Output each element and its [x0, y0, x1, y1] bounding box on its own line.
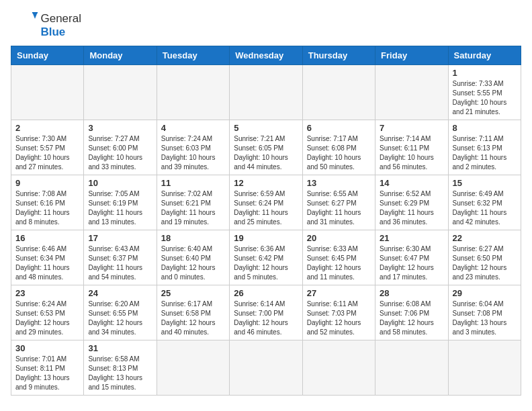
weekday-header-thursday: Thursday	[302, 46, 375, 65]
day-number: 1	[453, 68, 517, 78]
day-number: 7	[380, 123, 443, 133]
calendar: SundayMondayTuesdayWednesdayThursdayFrid…	[11, 46, 521, 396]
week-row-1: 1Sunrise: 7:33 AM Sunset: 5:55 PM Daylig…	[11, 65, 521, 120]
day-info: Sunrise: 6:55 AM Sunset: 6:27 PM Dayligh…	[307, 189, 371, 227]
week-row-3: 9Sunrise: 7:08 AM Sunset: 6:16 PM Daylig…	[11, 175, 521, 230]
day-number: 9	[15, 178, 79, 188]
day-number: 29	[453, 288, 517, 298]
week-row-2: 2Sunrise: 7:30 AM Sunset: 5:57 PM Daylig…	[11, 120, 521, 175]
weekday-header-tuesday: Tuesday	[157, 46, 229, 65]
weekday-header-row: SundayMondayTuesdayWednesdayThursdayFrid…	[11, 46, 521, 65]
day-number: 13	[307, 178, 371, 188]
logo: General Blue	[11, 11, 81, 39]
day-cell: 8Sunrise: 7:11 AM Sunset: 6:13 PM Daylig…	[448, 120, 521, 175]
day-cell: 26Sunrise: 6:14 AM Sunset: 7:00 PM Dayli…	[230, 285, 302, 340]
day-info: Sunrise: 6:36 AM Sunset: 6:42 PM Dayligh…	[234, 244, 298, 282]
day-cell	[375, 340, 448, 396]
day-number: 14	[380, 178, 443, 188]
day-number: 23	[15, 288, 79, 298]
day-cell: 14Sunrise: 6:52 AM Sunset: 6:29 PM Dayli…	[375, 175, 448, 230]
day-info: Sunrise: 6:14 AM Sunset: 7:00 PM Dayligh…	[234, 300, 298, 337]
day-cell: 1Sunrise: 7:33 AM Sunset: 5:55 PM Daylig…	[448, 65, 521, 120]
day-cell	[448, 340, 521, 396]
day-cell: 19Sunrise: 6:36 AM Sunset: 6:42 PM Dayli…	[230, 230, 302, 285]
day-info: Sunrise: 6:11 AM Sunset: 7:03 PM Dayligh…	[307, 300, 371, 337]
day-info: Sunrise: 6:59 AM Sunset: 6:24 PM Dayligh…	[234, 189, 298, 227]
day-cell: 6Sunrise: 7:17 AM Sunset: 6:08 PM Daylig…	[302, 120, 375, 175]
day-cell: 4Sunrise: 7:24 AM Sunset: 6:03 PM Daylig…	[157, 120, 229, 175]
day-number: 6	[307, 123, 371, 133]
day-number: 18	[161, 233, 225, 243]
day-cell	[375, 65, 448, 120]
day-cell: 25Sunrise: 6:17 AM Sunset: 6:58 PM Dayli…	[157, 285, 229, 340]
day-cell: 13Sunrise: 6:55 AM Sunset: 6:27 PM Dayli…	[302, 175, 375, 230]
day-cell: 5Sunrise: 7:21 AM Sunset: 6:05 PM Daylig…	[230, 120, 302, 175]
weekday-header-friday: Friday	[375, 46, 448, 65]
day-number: 17	[88, 233, 152, 243]
logo-container: General Blue	[11, 11, 81, 39]
day-cell: 18Sunrise: 6:40 AM Sunset: 6:40 PM Dayli…	[157, 230, 229, 285]
day-number: 26	[234, 288, 298, 298]
day-info: Sunrise: 7:01 AM Sunset: 8:11 PM Dayligh…	[15, 355, 79, 392]
day-cell: 12Sunrise: 6:59 AM Sunset: 6:24 PM Dayli…	[230, 175, 302, 230]
day-number: 31	[88, 343, 152, 353]
day-cell: 2Sunrise: 7:30 AM Sunset: 5:57 PM Daylig…	[11, 120, 84, 175]
day-cell	[11, 65, 84, 120]
day-cell: 9Sunrise: 7:08 AM Sunset: 6:16 PM Daylig…	[11, 175, 84, 230]
day-cell: 20Sunrise: 6:33 AM Sunset: 6:45 PM Dayli…	[302, 230, 375, 285]
day-info: Sunrise: 6:52 AM Sunset: 6:29 PM Dayligh…	[380, 189, 443, 227]
day-cell: 11Sunrise: 7:02 AM Sunset: 6:21 PM Dayli…	[157, 175, 229, 230]
week-row-5: 23Sunrise: 6:24 AM Sunset: 6:53 PM Dayli…	[11, 285, 521, 340]
day-info: Sunrise: 7:27 AM Sunset: 6:00 PM Dayligh…	[88, 134, 152, 172]
week-row-4: 16Sunrise: 6:46 AM Sunset: 6:34 PM Dayli…	[11, 230, 521, 285]
day-number: 8	[453, 123, 517, 133]
day-info: Sunrise: 6:17 AM Sunset: 6:58 PM Dayligh…	[161, 300, 225, 337]
day-info: Sunrise: 7:05 AM Sunset: 6:19 PM Dayligh…	[88, 189, 152, 227]
day-number: 22	[453, 233, 517, 243]
day-info: Sunrise: 6:24 AM Sunset: 6:53 PM Dayligh…	[15, 300, 79, 337]
day-info: Sunrise: 7:11 AM Sunset: 6:13 PM Dayligh…	[453, 134, 517, 172]
weekday-header-saturday: Saturday	[448, 46, 521, 65]
day-number: 10	[88, 178, 152, 188]
day-cell: 15Sunrise: 6:49 AM Sunset: 6:32 PM Dayli…	[448, 175, 521, 230]
day-cell	[84, 65, 157, 120]
week-row-6: 30Sunrise: 7:01 AM Sunset: 8:11 PM Dayli…	[11, 340, 521, 396]
day-info: Sunrise: 6:08 AM Sunset: 7:06 PM Dayligh…	[380, 300, 443, 337]
day-info: Sunrise: 7:33 AM Sunset: 5:55 PM Dayligh…	[453, 79, 517, 117]
svg-rect-1	[32, 12, 38, 13]
day-cell: 7Sunrise: 7:14 AM Sunset: 6:11 PM Daylig…	[375, 120, 448, 175]
day-info: Sunrise: 6:49 AM Sunset: 6:32 PM Dayligh…	[453, 189, 517, 227]
day-cell: 28Sunrise: 6:08 AM Sunset: 7:06 PM Dayli…	[375, 285, 448, 340]
day-number: 27	[307, 288, 371, 298]
day-info: Sunrise: 7:30 AM Sunset: 5:57 PM Dayligh…	[15, 134, 79, 172]
day-cell: 22Sunrise: 6:27 AM Sunset: 6:50 PM Dayli…	[448, 230, 521, 285]
weekday-header-monday: Monday	[84, 46, 157, 65]
day-cell: 3Sunrise: 7:27 AM Sunset: 6:00 PM Daylig…	[84, 120, 157, 175]
day-number: 20	[307, 233, 371, 243]
day-cell: 29Sunrise: 6:04 AM Sunset: 7:08 PM Dayli…	[448, 285, 521, 340]
day-info: Sunrise: 6:04 AM Sunset: 7:08 PM Dayligh…	[453, 300, 517, 337]
day-cell	[157, 65, 229, 120]
day-cell: 27Sunrise: 6:11 AM Sunset: 7:03 PM Dayli…	[302, 285, 375, 340]
day-info: Sunrise: 6:27 AM Sunset: 6:50 PM Dayligh…	[453, 244, 517, 282]
day-info: Sunrise: 6:58 AM Sunset: 8:13 PM Dayligh…	[88, 355, 152, 392]
day-number: 30	[15, 343, 79, 353]
day-info: Sunrise: 7:24 AM Sunset: 6:03 PM Dayligh…	[161, 134, 225, 172]
day-number: 16	[15, 233, 79, 243]
logo-graphic	[11, 11, 38, 34]
day-cell	[230, 340, 302, 396]
day-number: 28	[380, 288, 443, 298]
day-number: 3	[88, 123, 152, 133]
day-number: 24	[88, 288, 152, 298]
day-cell: 30Sunrise: 7:01 AM Sunset: 8:11 PM Dayli…	[11, 340, 84, 396]
header: General Blue	[11, 11, 521, 39]
day-cell: 31Sunrise: 6:58 AM Sunset: 8:13 PM Dayli…	[84, 340, 157, 396]
day-info: Sunrise: 6:30 AM Sunset: 6:47 PM Dayligh…	[380, 244, 443, 282]
day-info: Sunrise: 6:43 AM Sunset: 6:37 PM Dayligh…	[88, 244, 152, 282]
day-cell	[230, 65, 302, 120]
day-number: 19	[234, 233, 298, 243]
day-info: Sunrise: 7:17 AM Sunset: 6:08 PM Dayligh…	[307, 134, 371, 172]
day-number: 5	[234, 123, 298, 133]
day-number: 12	[234, 178, 298, 188]
day-number: 11	[161, 178, 225, 188]
